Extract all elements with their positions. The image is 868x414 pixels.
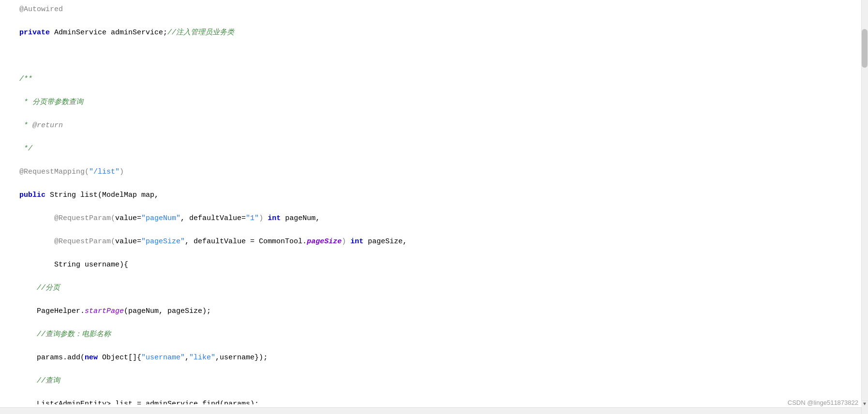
code-pre: @Autowired private AdminService adminSer… <box>19 4 861 404</box>
scrollbar-thumb-v[interactable] <box>862 29 868 68</box>
scroll-arrow-down[interactable]: ▼ <box>861 400 868 407</box>
code-editor: @Autowired private AdminService adminSer… <box>0 0 868 414</box>
horizontal-scrollbar[interactable] <box>0 407 861 414</box>
code-content[interactable]: @Autowired private AdminService adminSer… <box>0 0 861 404</box>
watermark: CSDN @linge511873822 <box>788 399 858 406</box>
vertical-scrollbar[interactable] <box>861 0 868 414</box>
